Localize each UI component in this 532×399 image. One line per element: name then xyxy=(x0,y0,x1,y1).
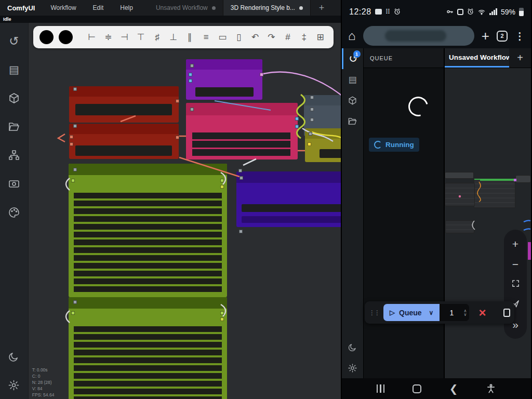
color-swatch-2[interactable] xyxy=(59,30,73,44)
node-widget[interactable] xyxy=(195,87,254,97)
fit-view-icon[interactable] xyxy=(511,278,520,289)
mobile-new-tab-button[interactable]: + xyxy=(509,48,531,68)
connector-dot[interactable] xyxy=(73,87,77,91)
connector-dot[interactable] xyxy=(308,142,311,146)
color-swatch-1[interactable] xyxy=(39,30,54,44)
mobile-node-library-item[interactable]: ▤ xyxy=(342,69,364,90)
node-indigo[interactable] xyxy=(236,171,341,227)
menu-workflow[interactable]: Workflow xyxy=(42,0,84,16)
queue-history-icon[interactable]: ↺ xyxy=(7,34,21,48)
connector-dot[interactable] xyxy=(240,176,243,180)
node-library-icon[interactable]: ▤ xyxy=(7,63,21,76)
browser-home-icon[interactable]: ⌂ xyxy=(348,29,356,43)
address-bar[interactable] xyxy=(363,26,474,46)
batch-count-input[interactable]: 1 ∧∨ xyxy=(440,304,469,321)
stop-button[interactable] xyxy=(503,309,510,317)
zoom-in-icon[interactable]: + xyxy=(512,238,518,249)
connector-dot[interactable] xyxy=(71,179,75,182)
new-workflow-tab-button[interactable]: + xyxy=(311,0,333,16)
mobile-settings-item[interactable] xyxy=(342,357,364,378)
model-library-icon[interactable] xyxy=(7,91,21,105)
distribute-horizontal-icon[interactable]: ♯ xyxy=(151,32,164,43)
mobile-queue-history-item[interactable]: ↺ 1 xyxy=(342,48,364,69)
connector-dot[interactable] xyxy=(260,73,263,76)
connector-dot[interactable] xyxy=(239,230,243,233)
connector-dot[interactable] xyxy=(220,311,224,315)
menu-help[interactable]: Help xyxy=(112,0,141,16)
tab-unsaved-workflow[interactable]: Unsaved Workflow xyxy=(149,0,223,16)
connector-dot[interactable] xyxy=(71,311,75,315)
connector-dot[interactable] xyxy=(295,117,299,121)
mobile-model-library-item[interactable] xyxy=(342,90,364,111)
node-widget[interactable] xyxy=(242,216,341,223)
accessibility-button[interactable] xyxy=(486,383,496,394)
connector-dot[interactable] xyxy=(190,108,194,111)
theme-palette-icon[interactable] xyxy=(7,206,21,219)
recent-apps-button[interactable] xyxy=(377,384,385,393)
connector-dot[interactable] xyxy=(176,99,179,103)
node-title-bar[interactable] xyxy=(69,164,227,175)
node-widget[interactable] xyxy=(75,145,172,156)
node-title-bar[interactable] xyxy=(69,86,179,97)
node-title-bar[interactable] xyxy=(69,124,179,134)
snap-center-icon[interactable]: ‡ xyxy=(297,32,311,43)
undo-icon[interactable]: ↶ xyxy=(248,32,262,43)
connector-dot[interactable] xyxy=(310,96,314,99)
node-purple[interactable] xyxy=(186,59,262,100)
node-red-1[interactable] xyxy=(69,86,179,123)
dark-mode-icon[interactable] xyxy=(7,350,21,363)
align-left-icon[interactable]: ⊢ xyxy=(85,32,99,43)
menu-edit[interactable]: Edit xyxy=(85,0,112,16)
connector-dot[interactable] xyxy=(73,300,77,304)
connector-dot[interactable] xyxy=(73,168,77,171)
connector-dot[interactable] xyxy=(220,179,224,182)
batch-count-steppers[interactable]: ∧∨ xyxy=(464,309,470,316)
browser-new-tab-icon[interactable]: + xyxy=(482,28,489,44)
node-graph-canvas[interactable]: ⊢ ≑ ⊣ ⊤ ♯ ⊥ ∥ ≡ ▭ ▯ ↶ ↷ # ‡ ⊞ xyxy=(29,23,341,399)
mobile-workflows-item[interactable] xyxy=(342,111,364,131)
stretch-vertical-icon[interactable]: ▯ xyxy=(232,32,246,43)
workflows-folder-icon[interactable] xyxy=(7,120,21,134)
stretch-horizontal-icon[interactable]: ▭ xyxy=(216,32,229,43)
align-top-icon[interactable]: ⊤ xyxy=(134,32,148,43)
align-right-icon[interactable]: ⊣ xyxy=(118,32,131,43)
connector-dot[interactable] xyxy=(70,142,73,146)
snap-grid-icon[interactable]: # xyxy=(281,32,295,43)
node-widget-rows[interactable] xyxy=(192,132,290,156)
node-widget[interactable] xyxy=(320,149,341,158)
connector-dot[interactable] xyxy=(190,64,194,68)
node-title-bar[interactable] xyxy=(69,297,227,309)
node-title-bar[interactable] xyxy=(304,95,341,105)
redo-icon[interactable]: ↷ xyxy=(264,32,278,43)
drag-handle[interactable]: ⋮⋮ xyxy=(369,309,379,316)
connector-dot[interactable] xyxy=(220,185,224,189)
home-button[interactable] xyxy=(413,384,421,393)
connector-dot[interactable] xyxy=(295,125,299,128)
tab-3d-rendering-style[interactable]: 3D Rendering Style b... xyxy=(223,0,311,16)
node-title-bar[interactable] xyxy=(186,59,262,70)
mobile-tab-unsaved-workflow[interactable]: Unsaved Workflow xyxy=(445,48,509,68)
node-widget[interactable] xyxy=(242,204,341,212)
cancel-run-button[interactable]: × xyxy=(478,307,486,319)
connector-dot[interactable] xyxy=(73,124,77,128)
connector-dot[interactable] xyxy=(309,132,312,136)
node-green-2[interactable] xyxy=(69,297,227,399)
node-widget-rows[interactable] xyxy=(74,326,222,399)
align-center-vertical-icon[interactable]: ≡ xyxy=(200,32,213,43)
connector-dot[interactable] xyxy=(189,73,192,76)
align-center-horizontal-icon[interactable]: ≑ xyxy=(101,32,115,43)
zoom-out-icon[interactable]: − xyxy=(512,259,518,270)
step-down-icon[interactable]: ∨ xyxy=(464,313,467,316)
mobile-dark-mode-item[interactable] xyxy=(342,337,364,357)
app-logo[interactable]: ComfyUI xyxy=(0,0,42,16)
connector-dot[interactable] xyxy=(310,118,314,122)
align-bottom-icon[interactable]: ⊥ xyxy=(167,32,180,43)
connector-dot[interactable] xyxy=(220,317,224,321)
add-node-icon[interactable]: ⊞ xyxy=(314,32,327,43)
capture-icon[interactable] xyxy=(7,177,21,191)
settings-gear-icon[interactable] xyxy=(7,378,21,392)
connector-dot[interactable] xyxy=(70,135,73,139)
node-title-bar[interactable] xyxy=(186,103,298,115)
node-title-bar[interactable] xyxy=(236,171,341,183)
back-button[interactable]: ❮ xyxy=(449,382,458,395)
